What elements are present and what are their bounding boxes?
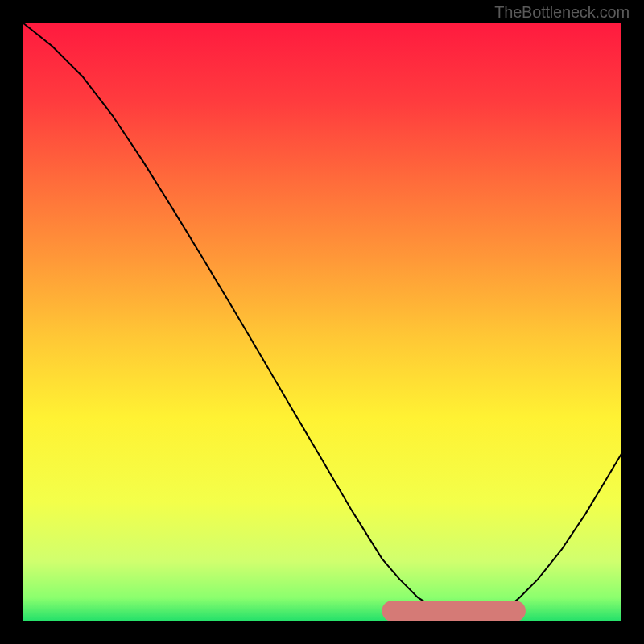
bottleneck-chart: TheBottleneck.com [0, 0, 644, 644]
plot-background [23, 23, 621, 621]
watermark-text: TheBottleneck.com [494, 3, 630, 22]
baseline-highlight [382, 601, 526, 621]
chart-svg [0, 0, 644, 644]
